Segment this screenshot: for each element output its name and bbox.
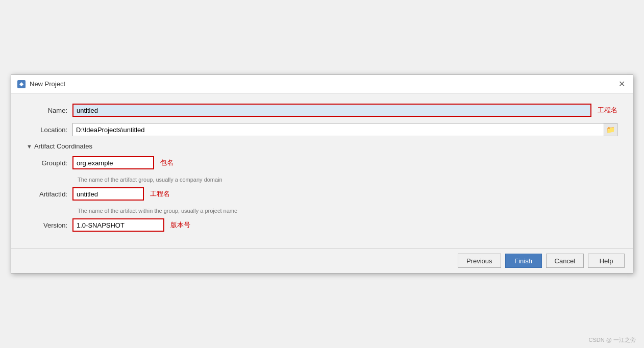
groupid-label: GroupId:	[27, 159, 72, 167]
title-bar-left: ◆ New Project	[17, 80, 65, 88]
section-toggle-icon[interactable]: ▼	[27, 143, 32, 150]
artifactid-input[interactable]	[72, 187, 144, 201]
version-input[interactable]	[72, 218, 164, 232]
content-area: Name: 工程名 Location: 📁 ▼ Artifact Coordin…	[11, 93, 633, 248]
dialog-icon: ◆	[17, 80, 26, 88]
artifact-section-title: Artifact Coordinates	[34, 142, 92, 150]
groupid-hint: The name of the artifact group, usually …	[78, 177, 222, 183]
location-row: Location: 📁	[27, 123, 617, 136]
artifact-section-header: ▼ Artifact Coordinates	[27, 142, 617, 150]
new-project-dialog: ◆ New Project ✕ Name: 工程名 Location: 📁 ▼ …	[11, 74, 633, 274]
dialog-footer: Previous Finish Cancel Help	[11, 248, 633, 273]
artifactid-hint-wrapper: The name of the artifact within the grou…	[78, 207, 617, 214]
groupid-row: GroupId: 包名	[27, 156, 617, 169]
artifactid-annotation: 工程名	[150, 189, 170, 198]
artifactid-row: ArtifactId: 工程名	[27, 187, 617, 201]
name-row: Name: 工程名	[27, 104, 617, 117]
version-row: Version: 版本号	[27, 218, 617, 232]
cancel-button[interactable]: Cancel	[546, 254, 584, 268]
help-button[interactable]: Help	[588, 254, 625, 268]
close-button[interactable]: ✕	[616, 79, 627, 89]
dialog-title: New Project	[30, 80, 65, 88]
version-annotation: 版本号	[170, 220, 190, 230]
artifactid-hint: The name of the artifact within the grou…	[78, 208, 237, 214]
groupid-hint-wrapper: The name of the artifact group, usually …	[78, 176, 617, 183]
title-bar: ◆ New Project ✕	[11, 75, 633, 93]
name-annotation: 工程名	[598, 106, 617, 115]
finish-button[interactable]: Finish	[505, 254, 542, 268]
groupid-annotation: 包名	[160, 158, 174, 167]
watermark: CSDN @ 一江之旁	[589, 336, 636, 344]
version-label: Version:	[27, 221, 72, 229]
previous-button[interactable]: Previous	[458, 254, 501, 268]
browse-button[interactable]: 📁	[604, 123, 617, 136]
name-label: Name:	[27, 107, 72, 114]
location-input-wrapper: 📁	[72, 123, 617, 136]
location-input[interactable]	[72, 123, 604, 136]
location-label: Location:	[27, 126, 72, 134]
artifactid-label: ArtifactId:	[27, 190, 72, 198]
groupid-input[interactable]	[72, 156, 154, 169]
name-input[interactable]	[72, 104, 591, 117]
